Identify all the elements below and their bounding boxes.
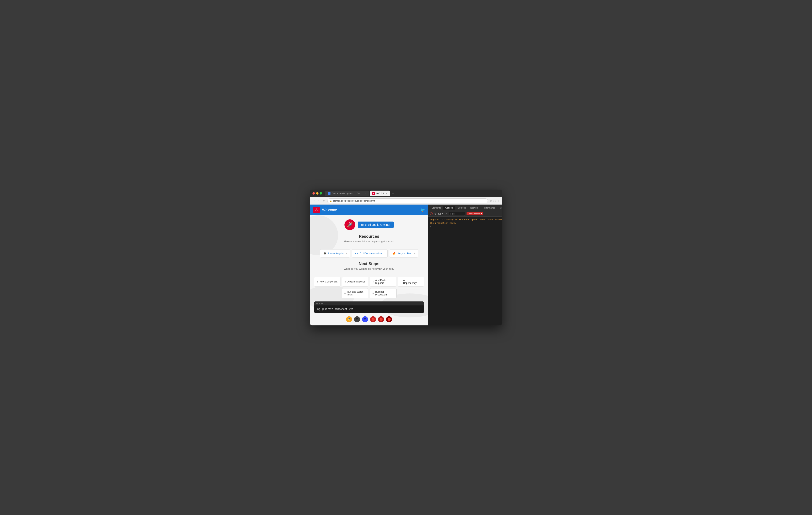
devtools-panel: Elements Console Sources Network Perform…: [428, 205, 502, 326]
resources-title: Resources: [314, 234, 424, 239]
add-pwa-label: Add PWA Support: [375, 279, 394, 284]
terminal: ng generate component xyz: [314, 301, 424, 313]
secure-icon: 🔒: [329, 200, 332, 202]
sponsor-1: 🥇: [346, 316, 352, 322]
context-label: top: [438, 212, 441, 215]
devtools-tabs: Elements Console Sources Network Perform…: [428, 205, 502, 211]
cli-docs-arrow: ›: [383, 252, 384, 255]
learn-angular-icon: 🎓: [323, 252, 326, 255]
tab-favicon-bucket: [328, 192, 330, 195]
sponsor-3: 🛡: [362, 316, 368, 322]
next-steps-section: Next Steps What do you want to do next w…: [314, 262, 424, 273]
menu-icon[interactable]: ⋮: [497, 199, 500, 202]
tab-gitcicd[interactable]: A GitCiCd ✕: [370, 190, 390, 196]
back-button[interactable]: ‹: [312, 199, 316, 203]
learn-angular-label: Learn Angular: [328, 252, 344, 255]
new-component-label: New Component: [319, 280, 337, 283]
traffic-lights: [313, 192, 322, 194]
eye-icon[interactable]: 👁: [445, 212, 447, 215]
tab-bucket[interactable]: Bucket details - git-ci-cd - Goo... ✕: [325, 190, 369, 196]
action-add-pwa[interactable]: + Add PWA Support: [370, 277, 396, 287]
love-angular-row: Love Angular? Give our repo a star. ★ St…: [343, 325, 395, 326]
cli-docs-label: CLI Documentation: [360, 252, 382, 255]
app-body: 🚀 git-ci-cd app is running! Resources He…: [310, 215, 428, 326]
close-button[interactable]: [313, 192, 315, 194]
rocket-area: 🚀 git-ci-cd app is running!: [345, 219, 394, 230]
devtools-tab-performance[interactable]: Performance: [481, 206, 497, 210]
resources-section: Resources Here are some links to help yo…: [314, 234, 424, 246]
resources-subtitle: Here are some links to help you get star…: [314, 240, 424, 243]
devtools-tab-memory[interactable]: Memory: [498, 206, 502, 210]
forward-button[interactable]: ›: [317, 199, 321, 203]
devtools-tab-elements[interactable]: Elements: [430, 206, 443, 210]
console-message: Angular is running in the development mo…: [430, 218, 502, 225]
resource-angular-blog[interactable]: 🔥 Angular Blog ›: [389, 249, 418, 258]
terminal-command: ng generate component xyz: [317, 308, 353, 311]
console-cursor[interactable]: >: [430, 225, 502, 228]
resource-cli-docs[interactable]: <> CLI Documentation ›: [352, 249, 387, 258]
devtools-tab-network[interactable]: Network: [468, 206, 480, 210]
address-bar[interactable]: 🔒 storage.googleapis.com/git-ci-cd/index…: [327, 199, 488, 203]
minimize-button[interactable]: [316, 192, 318, 194]
clear-console-icon[interactable]: 🚫: [430, 212, 433, 215]
browser-chrome: ‹ › ↻ 🔒 storage.googleapis.com/git-ci-cd…: [310, 197, 502, 205]
devtools-tab-sources[interactable]: Sources: [456, 206, 468, 210]
tab-label-bucket: Bucket details - git-ci-cd - Goo...: [332, 192, 363, 194]
resource-learn-angular[interactable]: 🎓 Learn Angular ›: [320, 249, 350, 258]
twitter-icon[interactable]: 🐦: [420, 208, 425, 212]
plus-icon-new-component: +: [317, 280, 318, 283]
tab-close-bucket[interactable]: ✕: [365, 192, 367, 194]
action-row: + Run and Watch Tests + Build for Produc…: [342, 288, 397, 298]
action-build-production[interactable]: + Build for Production: [370, 288, 397, 298]
settings-icon[interactable]: ⚙: [434, 212, 437, 215]
tab-label-gitcicd: GitCiCd: [376, 192, 384, 194]
angular-blog-icon: 🔥: [393, 252, 396, 255]
app-running-text: git-ci-cd app is running!: [361, 223, 390, 226]
filter-input[interactable]: [449, 212, 465, 216]
extensions-icon[interactable]: ⬚: [493, 199, 496, 202]
sponsor-5: 🔴: [378, 316, 384, 322]
action-new-component[interactable]: + New Component: [314, 277, 341, 287]
custom-levels-button[interactable]: Custom levels ▾: [467, 212, 483, 215]
app-running-badge: git-ci-cd app is running!: [358, 221, 394, 228]
app-title: Welcome: [322, 208, 418, 212]
action-add-dependency[interactable]: + Add Dependency: [398, 277, 424, 287]
url-text: storage.googleapis.com/git-ci-cd/index.h…: [333, 200, 375, 202]
next-steps-subtitle: What do you want to do next with your ap…: [314, 267, 424, 270]
refresh-button[interactable]: ↻: [322, 199, 326, 203]
run-tests-label: Run and Watch Tests: [347, 291, 366, 296]
angular-logo-letter: A: [315, 208, 318, 212]
new-tab-button[interactable]: +: [390, 191, 396, 196]
learn-angular-arrow: ›: [346, 252, 347, 255]
titlebar: Bucket details - git-ci-cd - Goo... ✕ A …: [310, 189, 502, 197]
devtools-content: Angular is running in the development mo…: [428, 216, 502, 326]
devtools-tab-console[interactable]: Console: [443, 206, 455, 210]
tabs-bar: Bucket details - git-ci-cd - Goo... ✕ A …: [325, 190, 499, 196]
terminal-dot-2: [319, 303, 320, 304]
context-selector[interactable]: top ▾: [438, 212, 443, 215]
custom-levels-label: Custom levels ▾: [468, 213, 482, 215]
tab-close-gitcicd[interactable]: ✕: [386, 192, 387, 194]
plus-icon-pwa: +: [372, 280, 374, 283]
maximize-button[interactable]: [320, 192, 322, 194]
plus-icon-dependency: +: [400, 280, 402, 283]
sponsor-6: 🔴: [386, 316, 392, 322]
bookmark-icon[interactable]: ☆: [490, 199, 492, 202]
action-angular-material[interactable]: + Angular Material: [342, 277, 369, 287]
tab-favicon-angular: A: [372, 192, 375, 195]
plus-icon-material: +: [345, 280, 346, 283]
star-button[interactable]: ★ Star: [383, 325, 393, 326]
angular-logo: A: [313, 207, 320, 213]
terminal-dot-3: [321, 303, 323, 304]
plus-icon-build: +: [372, 292, 374, 295]
console-text: Angular is running in the development mo…: [430, 218, 502, 225]
angular-app: A Welcome 🐦 🚀 git-ci-cd app is running!: [310, 205, 428, 326]
app-header: A Welcome 🐦: [310, 205, 428, 215]
nav-buttons: ‹ › ↻: [312, 199, 326, 203]
plus-icon-tests: +: [344, 292, 346, 295]
add-dependency-label: Add Dependency: [403, 279, 422, 284]
action-run-tests[interactable]: + Run and Watch Tests: [342, 288, 369, 298]
app-content: 🚀 git-ci-cd app is running! Resources He…: [314, 219, 424, 326]
terminal-dot-1: [316, 303, 318, 304]
browser-actions: ☆ ⬚ ⋮: [490, 199, 500, 202]
